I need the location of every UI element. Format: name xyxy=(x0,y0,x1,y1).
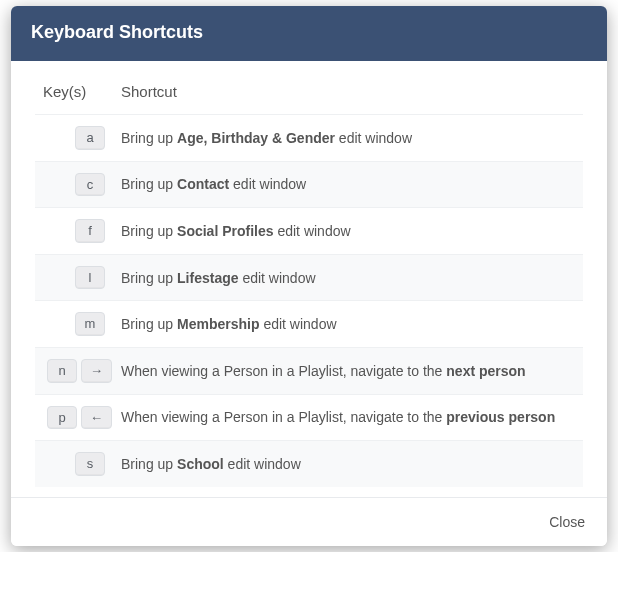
desc-after: edit window xyxy=(239,270,316,286)
keys-cell: p← xyxy=(35,394,113,441)
keys-cell: f xyxy=(35,208,113,255)
shortcut-description: Bring up Lifestage edit window xyxy=(113,254,583,301)
desc-before: Bring up xyxy=(121,176,177,192)
key-badge: s xyxy=(75,452,105,476)
table-row: aBring up Age, Birthday & Gender edit wi… xyxy=(35,115,583,162)
key-badge: p xyxy=(47,406,77,430)
dialog-footer: Close xyxy=(11,497,607,546)
col-header-keys: Key(s) xyxy=(35,83,113,115)
shortcut-description: Bring up Contact edit window xyxy=(113,161,583,208)
desc-bold: Lifestage xyxy=(177,270,238,286)
shortcuts-table: Key(s) Shortcut aBring up Age, Birthday … xyxy=(35,83,583,487)
desc-after: edit window xyxy=(335,130,412,146)
table-row: lBring up Lifestage edit window xyxy=(35,254,583,301)
desc-before: Bring up xyxy=(121,456,177,472)
key-badge: n xyxy=(47,359,77,383)
table-row: p←When viewing a Person in a Playlist, n… xyxy=(35,394,583,441)
desc-before: Bring up xyxy=(121,270,177,286)
table-row: sBring up School edit window xyxy=(35,441,583,487)
dialog-title: Keyboard Shortcuts xyxy=(11,6,607,61)
shortcut-description: When viewing a Person in a Playlist, nav… xyxy=(113,347,583,394)
shortcut-description: Bring up School edit window xyxy=(113,441,583,487)
desc-after: edit window xyxy=(224,456,301,472)
shortcut-description: Bring up Social Profiles edit window xyxy=(113,208,583,255)
close-button[interactable]: Close xyxy=(549,514,585,530)
table-row: mBring up Membership edit window xyxy=(35,301,583,348)
shortcut-description: Bring up Age, Birthday & Gender edit win… xyxy=(113,115,583,162)
table-row: n→When viewing a Person in a Playlist, n… xyxy=(35,347,583,394)
key-badge: → xyxy=(81,359,112,383)
shortcut-description: When viewing a Person in a Playlist, nav… xyxy=(113,394,583,441)
desc-bold: Contact xyxy=(177,176,229,192)
col-header-shortcut: Shortcut xyxy=(113,83,583,115)
desc-bold: School xyxy=(177,456,224,472)
desc-bold: next person xyxy=(446,363,525,379)
key-badge: f xyxy=(75,219,105,243)
desc-bold: previous person xyxy=(446,409,555,425)
desc-before: When viewing a Person in a Playlist, nav… xyxy=(121,363,446,379)
keys-cell: m xyxy=(35,301,113,348)
desc-bold: Membership xyxy=(177,316,259,332)
desc-before: Bring up xyxy=(121,316,177,332)
key-badge: ← xyxy=(81,406,112,430)
keys-cell: n→ xyxy=(35,347,113,394)
key-badge: c xyxy=(75,173,105,197)
keys-cell: c xyxy=(35,161,113,208)
desc-before: When viewing a Person in a Playlist, nav… xyxy=(121,409,446,425)
keyboard-shortcuts-dialog: Keyboard Shortcuts Key(s) Shortcut aBrin… xyxy=(11,6,607,546)
dialog-body: Key(s) Shortcut aBring up Age, Birthday … xyxy=(11,61,607,497)
key-badge: a xyxy=(75,126,105,150)
desc-before: Bring up xyxy=(121,130,177,146)
key-badge: l xyxy=(75,266,105,290)
desc-bold: Age, Birthday & Gender xyxy=(177,130,335,146)
desc-after: edit window xyxy=(260,316,337,332)
key-badge: m xyxy=(75,312,105,336)
desc-after: edit window xyxy=(229,176,306,192)
keys-cell: s xyxy=(35,441,113,487)
keys-cell: a xyxy=(35,115,113,162)
table-row: cBring up Contact edit window xyxy=(35,161,583,208)
shortcut-description: Bring up Membership edit window xyxy=(113,301,583,348)
desc-before: Bring up xyxy=(121,223,177,239)
keys-cell: l xyxy=(35,254,113,301)
desc-after: edit window xyxy=(274,223,351,239)
desc-bold: Social Profiles xyxy=(177,223,273,239)
table-row: fBring up Social Profiles edit window xyxy=(35,208,583,255)
